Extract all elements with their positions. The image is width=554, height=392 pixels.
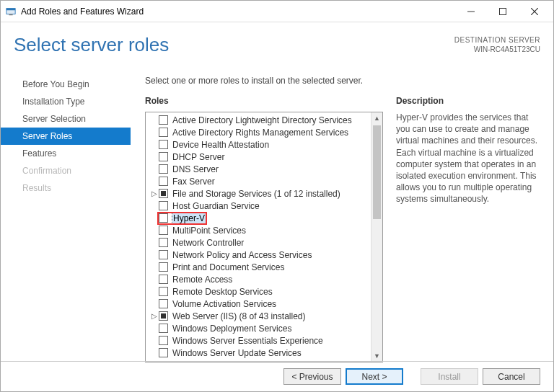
roles-scroll-area[interactable]: Active Directory Lightweight Directory S…	[146, 112, 371, 362]
roles-scrollbar[interactable]: ▲ ▼	[371, 112, 382, 362]
window-title: Add Roles and Features Wizard	[21, 6, 144, 17]
role-windows-server-essentials-experience[interactable]: Windows Server Essentials Experience	[146, 334, 371, 347]
role-checkbox[interactable]	[159, 140, 168, 149]
role-checkbox[interactable]	[159, 336, 168, 345]
role-label: Active Directory Rights Management Servi…	[172, 128, 348, 138]
role-checkbox[interactable]	[159, 201, 168, 210]
role-checkbox[interactable]	[159, 250, 168, 259]
role-label: Device Health Attestation	[172, 140, 269, 150]
wizard-footer: < Previous Next > Install Cancel	[1, 361, 553, 391]
role-remote-access[interactable]: Remote Access	[146, 273, 371, 285]
role-checkbox[interactable]	[159, 299, 168, 308]
role-label: Active Directory Lightweight Directory S…	[172, 115, 352, 125]
role-active-directory-rights-management-services[interactable]: Active Directory Rights Management Servi…	[146, 126, 371, 138]
role-label: MultiPoint Services	[172, 226, 246, 236]
role-label: Volume Activation Services	[172, 299, 276, 309]
role-file-and-storage-services-1-of-12-installed[interactable]: ▷File and Storage Services (1 of 12 inst…	[146, 187, 371, 200]
role-windows-server-update-services[interactable]: Windows Server Update Services	[146, 347, 371, 359]
role-checkbox[interactable]	[159, 287, 168, 296]
role-checkbox[interactable]	[159, 213, 168, 223]
minimize-button[interactable]	[455, 1, 487, 22]
role-fax-server[interactable]: Fax Server	[146, 175, 371, 187]
role-label: Network Policy and Access Services	[172, 250, 312, 260]
roles-list-box: Active Directory Lightweight Directory S…	[145, 112, 383, 362]
wizard-step-before-you-begin[interactable]: Before You Begin	[1, 76, 131, 93]
expander-icon[interactable]: ▷	[150, 312, 159, 320]
description-column: Description Hyper-V provides the service…	[396, 96, 540, 362]
role-label: Hyper-V	[172, 213, 206, 223]
scroll-down-arrow[interactable]: ▼	[371, 350, 382, 362]
titlebar: Add Roles and Features Wizard	[1, 1, 553, 22]
role-checkbox[interactable]	[159, 152, 168, 161]
next-button[interactable]: Next >	[346, 368, 403, 385]
install-button[interactable]: Install	[421, 368, 478, 385]
description-heading: Description	[396, 96, 540, 106]
roles-column: Roles Active Directory Lightweight Direc…	[145, 96, 383, 362]
role-checkbox[interactable]	[159, 275, 168, 284]
expander-icon[interactable]: ▷	[150, 190, 159, 197]
page-title: Select server roles	[14, 34, 169, 56]
role-label: Windows Server Essentials Experience	[172, 336, 323, 346]
role-print-and-document-services[interactable]: Print and Document Services	[146, 261, 371, 273]
role-checkbox[interactable]	[159, 177, 168, 186]
role-checkbox[interactable]	[159, 115, 168, 125]
role-web-server-iis-8-of-43-installed[interactable]: ▷Web Server (IIS) (8 of 43 installed)	[146, 310, 371, 322]
content-panel: Select one or more roles to install on t…	[131, 67, 553, 362]
role-label: Windows Deployment Services	[172, 324, 291, 334]
destination-value: WIN-RC4A51T23CU	[454, 45, 540, 54]
scrollbar-thumb[interactable]	[373, 125, 381, 219]
role-network-controller[interactable]: Network Controller	[146, 236, 371, 249]
wizard-app-icon	[5, 6, 17, 17]
wizard-step-server-selection[interactable]: Server Selection	[1, 110, 131, 128]
role-remote-desktop-services[interactable]: Remote Desktop Services	[146, 285, 371, 298]
role-checkbox[interactable]	[159, 348, 168, 357]
role-checkbox[interactable]	[159, 164, 168, 174]
description-text: Hyper-V provides the services that you c…	[396, 112, 540, 205]
maximize-button[interactable]	[487, 1, 519, 22]
svg-rect-4	[500, 8, 506, 14]
role-hyper-v[interactable]: Hyper-V	[146, 212, 371, 224]
role-label: Host Guardian Service	[172, 201, 260, 211]
role-checkbox[interactable]	[159, 311, 168, 321]
role-label: Remote Desktop Services	[172, 287, 273, 297]
role-checkbox[interactable]	[159, 189, 168, 198]
wizard-steps-sidebar: Before You BeginInstallation TypeServer …	[1, 67, 131, 362]
wizard-step-results: Results	[1, 179, 131, 197]
wizard-step-server-roles[interactable]: Server Roles	[1, 128, 131, 145]
role-label: Web Server (IIS) (8 of 43 installed)	[172, 311, 306, 321]
svg-rect-2	[9, 14, 12, 15]
role-label: Fax Server	[172, 177, 215, 187]
role-active-directory-lightweight-directory-services[interactable]: Active Directory Lightweight Directory S…	[146, 114, 371, 126]
wizard-step-features[interactable]: Features	[1, 145, 131, 162]
role-checkbox[interactable]	[159, 128, 168, 137]
role-dhcp-server[interactable]: DHCP Server	[146, 151, 371, 163]
role-label: Remote Access	[172, 275, 232, 285]
wizard-body: Before You BeginInstallation TypeServer …	[1, 67, 553, 362]
previous-button[interactable]: < Previous	[283, 368, 341, 385]
role-volume-activation-services[interactable]: Volume Activation Services	[146, 298, 371, 310]
role-windows-deployment-services[interactable]: Windows Deployment Services	[146, 322, 371, 334]
role-label: Windows Server Update Services	[172, 348, 302, 358]
role-label: File and Storage Services (1 of 12 insta…	[172, 189, 340, 199]
wizard-header: Select server roles DESTINATION SERVER W…	[1, 22, 553, 67]
role-label: Network Controller	[172, 238, 244, 248]
role-checkbox[interactable]	[159, 324, 168, 333]
role-checkbox[interactable]	[159, 226, 168, 235]
close-button[interactable]	[519, 1, 550, 22]
cancel-button[interactable]: Cancel	[483, 368, 540, 385]
instruction-text: Select one or more roles to install on t…	[145, 76, 540, 86]
wizard-step-confirmation: Confirmation	[1, 162, 131, 179]
role-network-policy-and-access-services[interactable]: Network Policy and Access Services	[146, 249, 371, 261]
role-multipoint-services[interactable]: MultiPoint Services	[146, 224, 371, 236]
role-label: DHCP Server	[172, 152, 224, 162]
wizard-step-installation-type[interactable]: Installation Type	[1, 93, 131, 110]
role-host-guardian-service[interactable]: Host Guardian Service	[146, 200, 371, 212]
role-label: Print and Document Services	[172, 262, 284, 272]
svg-rect-1	[6, 8, 15, 10]
role-checkbox[interactable]	[159, 238, 168, 247]
destination-label: DESTINATION SERVER	[454, 35, 540, 45]
role-device-health-attestation[interactable]: Device Health Attestation	[146, 138, 371, 151]
role-checkbox[interactable]	[159, 262, 168, 272]
role-dns-server[interactable]: DNS Server	[146, 163, 371, 175]
scroll-up-arrow[interactable]: ▲	[371, 112, 382, 124]
